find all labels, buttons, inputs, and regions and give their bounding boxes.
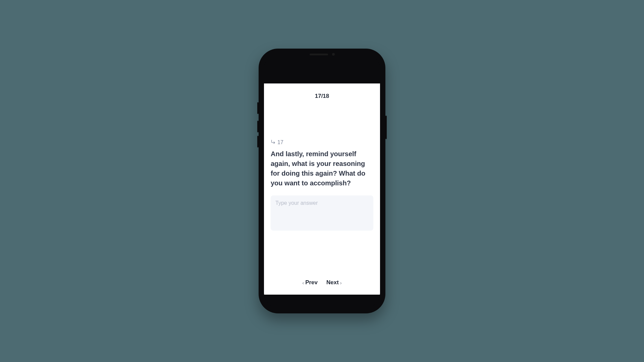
chevron-right-icon: › xyxy=(340,280,342,286)
nav-bar: ‹ Prev Next › xyxy=(264,278,380,295)
question-text: And lastly, remind yourself again, what … xyxy=(271,149,373,188)
phone-screen: 17/18 17 And lastly, remind yourself aga… xyxy=(264,54,380,308)
phone-frame: 17/18 17 And lastly, remind yourself aga… xyxy=(259,49,385,313)
prev-button[interactable]: ‹ Prev xyxy=(302,278,318,287)
next-button[interactable]: Next › xyxy=(326,278,342,287)
question-number: 17 xyxy=(277,139,283,145)
question-number-line: 17 xyxy=(271,139,373,146)
answer-input[interactable] xyxy=(271,195,373,231)
chevron-left-icon: ‹ xyxy=(302,280,304,286)
front-camera xyxy=(332,53,335,56)
next-label: Next xyxy=(326,279,339,286)
stage: 17/18 17 And lastly, remind yourself aga… xyxy=(0,0,644,362)
progress-counter: 17/18 xyxy=(264,83,380,102)
survey-app: 17/18 17 And lastly, remind yourself aga… xyxy=(264,83,380,295)
phone-notch xyxy=(293,49,351,60)
prev-label: Prev xyxy=(305,279,318,286)
question-area: 17 And lastly, remind yourself again, wh… xyxy=(264,102,380,278)
speaker-slot xyxy=(310,54,328,55)
reply-arrow-icon xyxy=(271,139,277,146)
